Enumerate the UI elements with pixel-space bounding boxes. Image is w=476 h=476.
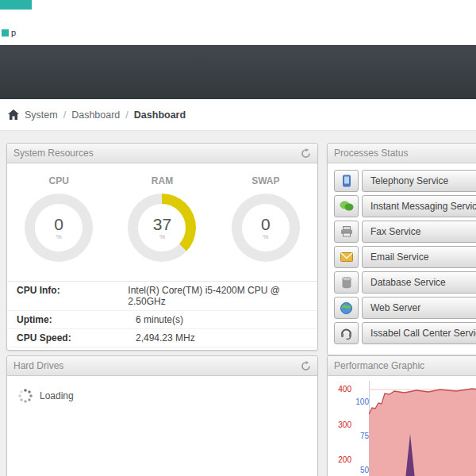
- gauge-unit: %: [56, 233, 62, 240]
- left-axis-tick: 400: [329, 385, 351, 393]
- processes-status-panel: Processes Status Telephony Service: [327, 143, 476, 355]
- headset-icon: [340, 327, 352, 340]
- cpu-donut: 0 %: [25, 194, 93, 262]
- breadcrumb-dashboard[interactable]: Dashboard: [71, 109, 120, 121]
- dashboard-page: p System / Dashboard / Dashboard System …: [0, 0, 476, 476]
- service-label: Issabel Call Center Service: [370, 328, 476, 339]
- web-server-icon-button[interactable]: [334, 297, 359, 319]
- gauge-label: RAM: [114, 175, 209, 186]
- performance-chart: [369, 381, 476, 476]
- inner-axis-tick: 50: [353, 466, 369, 474]
- system-resources-header: System Resources: [7, 144, 317, 163]
- refresh-button[interactable]: [301, 361, 311, 371]
- call-center-service-button[interactable]: Issabel Call Center Service: [362, 322, 476, 344]
- breadcrumb-current-page: Dashboard: [134, 109, 186, 121]
- info-row-cpu-speed: CPU Speed: 2,494.23 MHz: [7, 329, 317, 347]
- instant-messaging-service-button[interactable]: Instant Messaging Service: [362, 195, 476, 217]
- service-row-email: Email Service: [334, 246, 476, 268]
- telephony-service-button[interactable]: Telephony Service: [362, 170, 476, 192]
- gauge-unit: %: [159, 233, 165, 240]
- performance-graphic-header: Performance Graphic: [328, 356, 476, 376]
- breadcrumb-separator: /: [125, 109, 128, 121]
- telephony-icon-button[interactable]: [334, 170, 359, 192]
- tab-favicon: [2, 29, 9, 36]
- panel-title: Hard Drives: [13, 360, 63, 371]
- ram-donut: 37 %: [128, 194, 196, 262]
- service-label: Database Service: [370, 277, 446, 288]
- left-axis-tick: 300: [329, 420, 351, 429]
- refresh-icon: [301, 148, 311, 159]
- hard-drives-header: Hard Drives: [7, 356, 317, 376]
- partial-tab[interactable]: p: [0, 25, 16, 40]
- inner-axis-tick: 100: [353, 397, 369, 406]
- ram-gauge: RAM 37 %: [114, 175, 209, 262]
- email-icon-button[interactable]: [334, 246, 359, 268]
- service-row-database: Database Service: [334, 271, 476, 294]
- service-label: Telephony Service: [370, 175, 448, 186]
- info-value: 2,494.23 MHz: [136, 332, 195, 344]
- database-service-button[interactable]: Database Service: [362, 271, 476, 294]
- service-row-web-server: Web Server: [334, 297, 476, 319]
- service-label: Web Server: [370, 302, 420, 313]
- refresh-icon: [301, 361, 311, 371]
- chat-icon: [340, 201, 354, 212]
- gauge-value: 0: [54, 216, 63, 232]
- gauge-unit: %: [263, 233, 268, 240]
- panel-title: Performance Graphic: [334, 360, 424, 371]
- dashboard-content: System Resources CPU 0 %: [0, 131, 476, 476]
- gauge-value: 0: [261, 216, 271, 232]
- fax-icon: [340, 226, 353, 237]
- loading-label: Loading: [40, 390, 74, 401]
- call-center-icon-button[interactable]: [334, 322, 359, 344]
- service-label: Instant Messaging Service: [370, 201, 476, 212]
- hard-drives-body: Loading: [7, 376, 317, 416]
- globe-icon: [340, 302, 352, 314]
- info-value: 6 minute(s): [136, 314, 183, 325]
- info-row-cpu-info: CPU Info: Intel(R) Core(TM) i5-4200M CPU…: [7, 282, 317, 311]
- service-row-fax: Fax Service: [334, 221, 476, 243]
- gauge-value: 37: [153, 216, 171, 232]
- swap-donut: 0 %: [232, 194, 300, 262]
- processes-status-header: Processes Status: [328, 144, 476, 163]
- web-server-button[interactable]: Web Server: [362, 297, 476, 319]
- left-axis-tick: 200: [329, 455, 351, 464]
- gauge-label: CPU: [11, 175, 106, 186]
- breadcrumb-separator: /: [63, 109, 66, 121]
- refresh-button[interactable]: [301, 148, 311, 159]
- system-info-table: CPU Info: Intel(R) Core(TM) i5-4200M CPU…: [7, 281, 317, 351]
- info-row-uptime: Uptime: 6 minute(s): [7, 311, 317, 329]
- system-resources-panel: System Resources CPU 0 %: [6, 143, 318, 351]
- tab-label: p: [11, 28, 16, 37]
- main-navigation-bar: [0, 45, 476, 99]
- fax-service-button[interactable]: Fax Service: [362, 221, 476, 243]
- fax-icon-button[interactable]: [334, 221, 359, 243]
- swap-gauge: SWAP 0 %: [218, 175, 313, 262]
- service-row-instant-messaging: Instant Messaging Service: [334, 195, 476, 217]
- gauge-label: SWAP: [218, 175, 313, 186]
- top-accent-bar: [0, 0, 32, 10]
- gauges-row: CPU 0 % RAM 37 %: [7, 163, 317, 262]
- performance-graphic-panel: Performance Graphic 400 300 200 100 75 5…: [327, 355, 476, 476]
- cpu-gauge: CPU 0 %: [11, 175, 106, 262]
- instant-messaging-icon-button[interactable]: [334, 195, 359, 217]
- database-icon-button[interactable]: [334, 271, 359, 294]
- hard-drives-panel: Hard Drives: [6, 355, 318, 476]
- service-row-call-center: Issabel Call Center Service: [334, 322, 476, 344]
- services-list: Telephony Service Instant Messaging Serv…: [328, 163, 476, 354]
- panel-title: Processes Status: [334, 148, 408, 159]
- home-icon[interactable]: [8, 109, 19, 120]
- performance-chart-area: 400 300 200 100 75 50: [328, 376, 476, 476]
- info-label: CPU Speed:: [17, 332, 136, 344]
- breadcrumb-system[interactable]: System: [25, 109, 58, 121]
- service-label: Fax Service: [370, 226, 420, 237]
- database-icon: [342, 277, 351, 289]
- breadcrumb: System / Dashboard / Dashboard: [0, 99, 476, 131]
- service-row-telephony: Telephony Service: [334, 170, 476, 192]
- loading-spinner-icon: [18, 389, 33, 403]
- panel-title: System Resources: [13, 148, 94, 159]
- info-label: Uptime:: [17, 314, 136, 325]
- email-service-button[interactable]: Email Service: [362, 246, 476, 268]
- info-row-memory-usage: Memory usage: RAM: 992.65 Mb SWAP: 2,000…: [7, 347, 317, 351]
- info-value: Intel(R) Core(TM) i5-4200M CPU @ 2.50GHz: [128, 285, 308, 307]
- service-label: Email Service: [370, 251, 428, 263]
